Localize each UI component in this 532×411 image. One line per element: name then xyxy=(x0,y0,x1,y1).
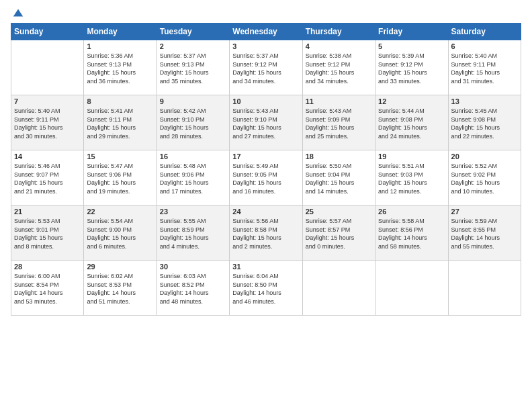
day-info: Sunrise: 5:43 AM Sunset: 9:09 PM Dayligh… xyxy=(306,107,372,140)
calendar-week-row: 28Sunrise: 6:00 AM Sunset: 8:54 PM Dayli… xyxy=(11,261,521,316)
day-info: Sunrise: 5:37 AM Sunset: 9:12 PM Dayligh… xyxy=(232,52,299,85)
day-number: 7 xyxy=(14,97,81,105)
day-number: 2 xyxy=(160,42,226,50)
svg-marker-0 xyxy=(13,9,23,17)
day-info: Sunrise: 5:40 AM Sunset: 9:11 PM Dayligh… xyxy=(14,107,81,140)
calendar-cell: 2Sunrise: 5:37 AM Sunset: 9:13 PM Daylig… xyxy=(157,40,229,95)
calendar-cell: 22Sunrise: 5:54 AM Sunset: 9:00 PM Dayli… xyxy=(84,205,157,261)
calendar-week-row: 14Sunrise: 5:46 AM Sunset: 9:07 PM Dayli… xyxy=(11,150,521,205)
day-number: 23 xyxy=(160,208,226,216)
calendar-cell: 20Sunrise: 5:52 AM Sunset: 9:02 PM Dayli… xyxy=(448,150,521,205)
calendar-cell: 28Sunrise: 6:00 AM Sunset: 8:54 PM Dayli… xyxy=(11,261,84,316)
day-info: Sunrise: 5:37 AM Sunset: 9:13 PM Dayligh… xyxy=(160,52,226,85)
day-info: Sunrise: 5:59 AM Sunset: 8:55 PM Dayligh… xyxy=(451,217,518,250)
day-number: 24 xyxy=(232,208,299,216)
day-info: Sunrise: 5:40 AM Sunset: 9:11 PM Dayligh… xyxy=(451,52,518,85)
day-number: 28 xyxy=(14,263,81,271)
day-info: Sunrise: 5:49 AM Sunset: 9:05 PM Dayligh… xyxy=(232,162,299,195)
header-day: Wednesday xyxy=(230,24,302,40)
day-number: 17 xyxy=(232,152,299,161)
day-info: Sunrise: 5:45 AM Sunset: 9:08 PM Dayligh… xyxy=(451,107,518,140)
calendar-cell: 8Sunrise: 5:41 AM Sunset: 9:11 PM Daylig… xyxy=(84,95,157,150)
header-day: Sunday xyxy=(11,24,84,40)
day-info: Sunrise: 5:39 AM Sunset: 9:12 PM Dayligh… xyxy=(378,52,445,85)
day-info: Sunrise: 5:46 AM Sunset: 9:07 PM Dayligh… xyxy=(14,162,81,195)
header xyxy=(11,7,521,19)
day-number: 19 xyxy=(378,152,445,161)
day-number: 27 xyxy=(451,208,518,216)
day-number: 1 xyxy=(87,42,153,50)
day-number: 14 xyxy=(14,152,81,161)
calendar-cell: 30Sunrise: 6:03 AM Sunset: 8:52 PM Dayli… xyxy=(157,261,229,316)
day-number: 22 xyxy=(87,208,153,216)
day-number: 25 xyxy=(306,208,372,216)
day-info: Sunrise: 5:48 AM Sunset: 9:06 PM Dayligh… xyxy=(160,162,226,195)
day-number: 6 xyxy=(451,42,518,50)
day-info: Sunrise: 5:54 AM Sunset: 9:00 PM Dayligh… xyxy=(87,217,153,250)
day-number: 8 xyxy=(87,97,153,105)
calendar-cell: 9Sunrise: 5:42 AM Sunset: 9:10 PM Daylig… xyxy=(157,95,229,150)
header-day: Friday xyxy=(375,24,448,40)
header-day: Tuesday xyxy=(157,24,229,40)
day-number: 18 xyxy=(306,152,372,161)
day-number: 31 xyxy=(232,263,299,271)
day-number: 20 xyxy=(451,152,518,161)
day-info: Sunrise: 5:51 AM Sunset: 9:03 PM Dayligh… xyxy=(378,162,445,195)
day-number: 16 xyxy=(160,152,226,161)
calendar-cell: 21Sunrise: 5:53 AM Sunset: 9:01 PM Dayli… xyxy=(11,205,84,261)
day-number: 29 xyxy=(87,263,153,271)
day-number: 4 xyxy=(306,42,372,50)
calendar-cell: 11Sunrise: 5:43 AM Sunset: 9:09 PM Dayli… xyxy=(302,95,375,150)
calendar-cell: 14Sunrise: 5:46 AM Sunset: 9:07 PM Dayli… xyxy=(11,150,84,205)
calendar-cell: 17Sunrise: 5:49 AM Sunset: 9:05 PM Dayli… xyxy=(230,150,302,205)
day-number: 26 xyxy=(378,208,445,216)
day-number: 15 xyxy=(87,152,153,161)
day-info: Sunrise: 5:43 AM Sunset: 9:10 PM Dayligh… xyxy=(232,107,299,140)
calendar-cell: 18Sunrise: 5:50 AM Sunset: 9:04 PM Dayli… xyxy=(302,150,375,205)
day-info: Sunrise: 5:58 AM Sunset: 8:56 PM Dayligh… xyxy=(378,217,445,250)
calendar-cell: 10Sunrise: 5:43 AM Sunset: 9:10 PM Dayli… xyxy=(230,95,302,150)
calendar-week-row: 21Sunrise: 5:53 AM Sunset: 9:01 PM Dayli… xyxy=(11,205,521,261)
calendar-cell xyxy=(302,261,375,316)
day-info: Sunrise: 5:41 AM Sunset: 9:11 PM Dayligh… xyxy=(87,107,153,140)
day-number: 21 xyxy=(14,208,81,216)
day-number: 12 xyxy=(378,97,445,105)
day-number: 30 xyxy=(160,263,226,271)
day-info: Sunrise: 5:55 AM Sunset: 8:59 PM Dayligh… xyxy=(160,217,226,250)
day-info: Sunrise: 5:53 AM Sunset: 9:01 PM Dayligh… xyxy=(14,217,81,250)
calendar-cell: 1Sunrise: 5:36 AM Sunset: 9:13 PM Daylig… xyxy=(84,40,157,95)
calendar-cell: 3Sunrise: 5:37 AM Sunset: 9:12 PM Daylig… xyxy=(230,40,302,95)
calendar-cell: 6Sunrise: 5:40 AM Sunset: 9:11 PM Daylig… xyxy=(448,40,521,95)
day-info: Sunrise: 6:00 AM Sunset: 8:54 PM Dayligh… xyxy=(14,272,81,306)
day-info: Sunrise: 5:42 AM Sunset: 9:10 PM Dayligh… xyxy=(160,107,226,140)
calendar-cell xyxy=(375,261,448,316)
calendar-cell xyxy=(11,40,84,95)
calendar-cell: 7Sunrise: 5:40 AM Sunset: 9:11 PM Daylig… xyxy=(11,95,84,150)
day-info: Sunrise: 5:52 AM Sunset: 9:02 PM Dayligh… xyxy=(451,162,518,195)
logo xyxy=(11,7,24,19)
day-info: Sunrise: 6:04 AM Sunset: 8:50 PM Dayligh… xyxy=(232,272,299,306)
day-info: Sunrise: 5:47 AM Sunset: 9:06 PM Dayligh… xyxy=(87,162,153,195)
calendar-week-row: 7Sunrise: 5:40 AM Sunset: 9:11 PM Daylig… xyxy=(11,95,521,150)
day-info: Sunrise: 5:44 AM Sunset: 9:08 PM Dayligh… xyxy=(378,107,445,140)
calendar-cell: 31Sunrise: 6:04 AM Sunset: 8:50 PM Dayli… xyxy=(230,261,302,316)
calendar-cell: 23Sunrise: 5:55 AM Sunset: 8:59 PM Dayli… xyxy=(157,205,229,261)
day-number: 13 xyxy=(451,97,518,105)
day-number: 9 xyxy=(160,97,226,105)
calendar-cell: 24Sunrise: 5:56 AM Sunset: 8:58 PM Dayli… xyxy=(230,205,302,261)
calendar-cell: 27Sunrise: 5:59 AM Sunset: 8:55 PM Dayli… xyxy=(448,205,521,261)
calendar-cell: 5Sunrise: 5:39 AM Sunset: 9:12 PM Daylig… xyxy=(375,40,448,95)
day-info: Sunrise: 5:38 AM Sunset: 9:12 PM Dayligh… xyxy=(306,52,372,85)
calendar-cell: 4Sunrise: 5:38 AM Sunset: 9:12 PM Daylig… xyxy=(302,40,375,95)
day-info: Sunrise: 5:56 AM Sunset: 8:58 PM Dayligh… xyxy=(232,217,299,250)
day-info: Sunrise: 6:02 AM Sunset: 8:53 PM Dayligh… xyxy=(87,272,153,306)
day-number: 11 xyxy=(306,97,372,105)
header-day: Monday xyxy=(84,24,157,40)
header-row: SundayMondayTuesdayWednesdayThursdayFrid… xyxy=(11,24,521,40)
header-day: Saturday xyxy=(448,24,521,40)
calendar-cell: 26Sunrise: 5:58 AM Sunset: 8:56 PM Dayli… xyxy=(375,205,448,261)
calendar-cell: 25Sunrise: 5:57 AM Sunset: 8:57 PM Dayli… xyxy=(302,205,375,261)
page: SundayMondayTuesdayWednesdayThursdayFrid… xyxy=(0,0,532,411)
calendar-cell: 13Sunrise: 5:45 AM Sunset: 9:08 PM Dayli… xyxy=(448,95,521,150)
logo-icon xyxy=(12,7,24,19)
